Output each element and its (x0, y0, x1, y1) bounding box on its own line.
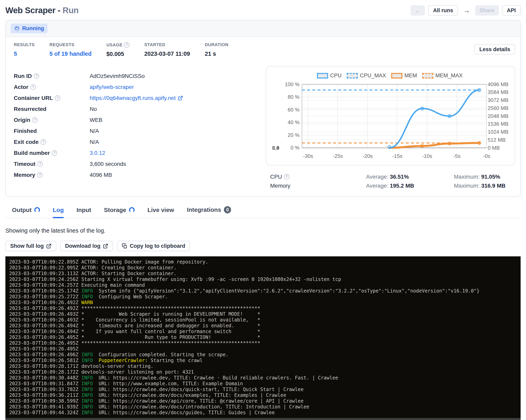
next-run-button[interactable]: → (461, 5, 472, 16)
tab-live-view[interactable]: Live view (147, 207, 174, 218)
page-title: Web Scraper - Run (5, 6, 79, 15)
log-timestamp: 2023-03-07T10:09:26.493Z (9, 317, 81, 323)
log-line: 2023-03-07T10:09:26.494Z * timeouts are … (9, 323, 521, 329)
log-segment-info: INFO (81, 404, 93, 410)
legend-item-cpu: CPU (317, 72, 342, 79)
log-segment-plain: * If you want full control and performan… (81, 329, 260, 334)
log-line: 2023-03-07T10:09:26.495Z * Run type to P… (9, 335, 521, 340)
help-icon[interactable]: ? (34, 73, 39, 79)
log-buttons: Show full log Download log Copy log to c… (5, 241, 521, 251)
log-segment-plain: * Web Scraper is running in DEVELOPMENT … (81, 311, 260, 317)
legend-item-cpu_max: CPU_MAX (347, 72, 386, 79)
log-line: 2023-03-07T10:09:25.174Z INFO System inf… (9, 288, 521, 294)
help-icon[interactable]: ? (37, 172, 42, 178)
help-icon[interactable]: ? (30, 84, 36, 90)
log-line: 2023-03-07T10:09:26.495Z (9, 346, 521, 352)
stat-value[interactable]: 5 of 19 handled (50, 51, 92, 57)
log-notice: Showing only the latest lines of the log… (5, 227, 521, 234)
log-segment-plain: URL: https://crawlee.dev/api/core, TITLE… (93, 398, 303, 404)
usage-metric-label: Memory (270, 183, 290, 189)
chart-body: 1,00,80,60,40,20 100 %80 %60 %40 %20 %0 … (269, 84, 511, 148)
detail-row: Run ID?AdOz5evimh9NCiSSo (14, 71, 266, 82)
api-button[interactable]: API (502, 5, 521, 16)
tab-storage[interactable]: Storage (104, 207, 135, 218)
log-segment-plain: System info {"apifyVersion":"3.1.2","api… (93, 288, 479, 294)
tab-log[interactable]: Log (53, 207, 64, 218)
log-segment-plain: URL: https://crawlee.dev, TITLE: Crawlee… (93, 375, 338, 381)
log-line: 2023-03-07T10:09:26.496Z INFO Configurat… (9, 352, 521, 358)
log-horizontal-scrollbar[interactable] (5, 418, 521, 420)
stat-label-text: RESULTS (14, 42, 35, 47)
log-timestamp: 2023-03-07T10:09:22.895Z (9, 259, 81, 265)
help-icon[interactable]: ? (284, 174, 289, 179)
detail-value: No (90, 106, 97, 112)
tab-output[interactable]: Output (12, 207, 40, 218)
log-segment-info: INFO (81, 387, 93, 392)
log-timestamp: 2023-03-07T10:09:26.492Z (9, 300, 81, 305)
log-line: 2023-03-07T10:09:26.493Z * Web Scraper i… (9, 311, 521, 317)
title-separator: - (58, 6, 61, 15)
stat-label-text: REQUESTS (50, 42, 74, 47)
chart-plot (302, 84, 485, 148)
detail-value-text: WEB (90, 117, 102, 123)
detail-value[interactable]: 3.0.12 (90, 150, 105, 156)
tab-label: Log (53, 207, 64, 213)
detail-value: 4096 MB (90, 172, 112, 178)
log-line: 2023-03-07T10:09:38.599Z INFO URL: https… (9, 398, 521, 404)
log-segment-plain: ****************************************… (81, 306, 260, 311)
share-button: Share (475, 5, 499, 16)
legend-swatch (347, 73, 358, 79)
x-axis-tick: -20s (363, 153, 373, 159)
log-timestamp: 2023-03-07T10:09:26.493Z (9, 311, 81, 317)
detail-row: Exit code?N/A (14, 136, 266, 147)
help-icon[interactable]: ? (55, 95, 60, 101)
log-segment-plain: ****************************************… (81, 340, 260, 346)
help-icon[interactable]: ? (37, 161, 43, 167)
log-segment-info: INFO (81, 410, 93, 415)
log-line: 2023-03-07T10:09:26.492Z ***************… (9, 306, 521, 311)
log-segment-warn: WARN (81, 300, 93, 305)
log-segment-plain: * Run type to PRODUCTION! * (81, 335, 260, 340)
help-icon[interactable]: ? (32, 117, 38, 123)
usage-summary-row: MemoryAverage: 195.2 MBMaximum: 316.9 MB (270, 181, 515, 190)
detail-value[interactable]: https://0q64wnacgyft.runs.apify.net (90, 95, 183, 101)
help-icon[interactable]: ? (52, 150, 57, 156)
detail-value: 3,600 seconds (90, 161, 126, 167)
download-log-label: Download log (65, 243, 101, 249)
download-log-button[interactable]: Download log (60, 241, 113, 251)
less-details-button[interactable]: Less details (475, 44, 515, 55)
log-line: 2023-03-07T10:09:36.211Z INFO URL: https… (9, 392, 521, 398)
help-icon[interactable]: ? (124, 42, 129, 48)
detail-value[interactable]: apify/web-scraper (90, 84, 134, 90)
log-line: 2023-03-07T10:09:26.493Z * Concurrency i… (9, 317, 521, 323)
copy-log-button[interactable]: Copy log to clipboard (117, 241, 190, 251)
legend-label: MEM_MAX (435, 72, 463, 79)
detail-value-text: 3,600 seconds (90, 161, 126, 167)
x-axis-tick: -15s (392, 153, 403, 159)
log-line: 2023-03-07T10:09:22.995Z ACTOR: Creating… (9, 265, 521, 271)
log-segment-info: INFO (81, 381, 93, 386)
detail-row: Build number?3.0.12 (14, 147, 266, 158)
detail-label: Timeout? (14, 161, 90, 167)
series-cpu (389, 90, 479, 148)
stat-label: DURATION (205, 42, 228, 47)
stat-label: USAGE? (106, 42, 130, 48)
tab-integrations[interactable]: Integrations0 (187, 206, 231, 218)
stat-duration: DURATION21 s (205, 42, 228, 57)
help-icon[interactable]: ? (40, 139, 46, 145)
tab-input[interactable]: Input (76, 207, 91, 218)
log-segment-info: INFO (81, 375, 93, 381)
log-segment-plain: Configuration completed. Starting the sc… (93, 352, 228, 358)
legend-swatch (317, 73, 328, 79)
show-full-log-button[interactable]: Show full log (5, 241, 56, 251)
stat-label: RESULTS (14, 42, 35, 47)
log-timestamp: 2023-03-07T10:09:25.272Z (9, 294, 81, 299)
stat-requests: REQUESTS5 of 19 handled (50, 42, 92, 57)
usage-summary-row: CPU?Average: 36.51%Maximum: 91.05% (270, 172, 515, 181)
external-link-icon (103, 243, 108, 249)
chart-svg (302, 84, 486, 148)
log-line: 2023-03-07T10:09:24.257Z Executing main … (9, 282, 521, 288)
log-console[interactable]: 2023-03-07T10:09:22.895Z ACTOR: Pulling … (5, 256, 521, 420)
all-runs-button[interactable]: All runs (428, 5, 458, 16)
stat-value[interactable]: 5 (14, 51, 35, 57)
